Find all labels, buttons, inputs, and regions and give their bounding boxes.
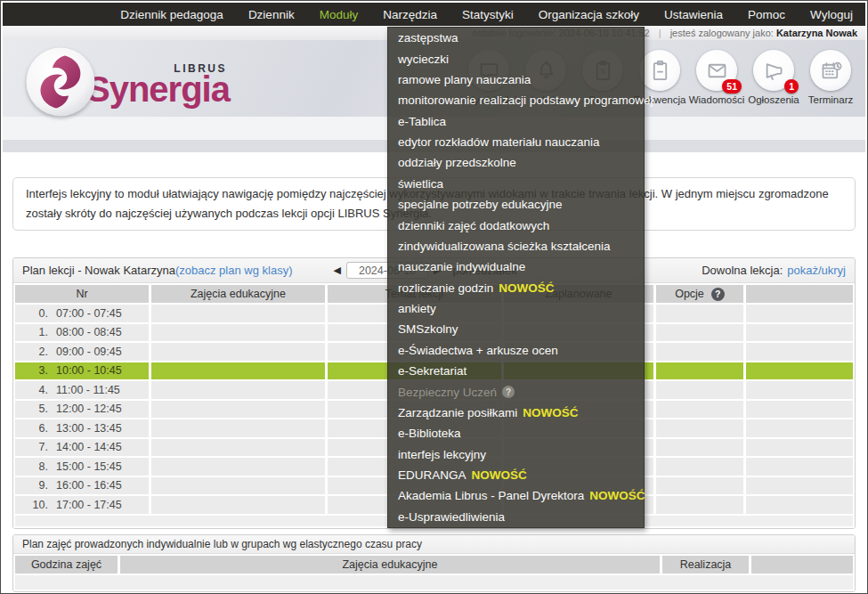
shortcut-ogłoszenia[interactable]: 1Ogłoszenia <box>746 50 801 105</box>
topnav-item-narzędzia[interactable]: Narzędzia <box>383 8 437 21</box>
menu-item-label: e-Tablica <box>398 115 446 128</box>
logged-as-label: jesteś zalogowany jako: <box>670 28 774 38</box>
individual-empty-row <box>15 575 853 590</box>
lesson-number: 8. <box>27 460 48 473</box>
menu-item-e-usprawiedliwienia[interactable]: e-Usprawiedliwienia <box>388 507 644 527</box>
menu-item-wycieczki[interactable]: wycieczki <box>388 48 644 69</box>
plan-cell-time: 1.08:00 - 08:45 <box>15 324 149 342</box>
logo[interactable]: LIBRUS Synergia <box>24 45 230 118</box>
show-hide-link[interactable]: pokaż/ukryj <box>787 264 846 277</box>
plan-cell-time: 5.12:00 - 12:45 <box>15 401 149 419</box>
individual-col-header-godzina-zajęć: Godzina zajęć <box>15 556 118 574</box>
menu-item-label: zastępstwa <box>398 31 458 45</box>
view-by-class-link[interactable]: (zobacz plan wg klasy) <box>175 264 293 277</box>
login-strip-divider: | <box>659 28 661 38</box>
plan-cell <box>746 305 853 322</box>
menu-item-label: edytor rozkładów materiału nauczania <box>398 135 600 149</box>
menu-item-rozliczanie-godzin[interactable]: rozliczanie godzinNOWOŚĆ <box>388 278 644 298</box>
lesson-number: 2. <box>27 346 48 358</box>
menu-item-monitorowanie-realizacji-podstawy-programowej[interactable]: monitorowanie realizacji podstawy progra… <box>388 90 644 110</box>
menu-item-nauczanie-indywidualne[interactable]: nauczanie indywidualne <box>388 256 644 277</box>
menu-item-zarządzanie-posiłkami[interactable]: Zarządzanie posiłkamiNOWOŚĆ <box>388 403 644 423</box>
menu-item-label: interfejs lekcyjny <box>398 448 486 461</box>
plan-cell <box>746 419 853 437</box>
lesson-time: 13:00 - 13:45 <box>56 422 122 435</box>
menu-item-label: dzienniki zajęć dodatkowych <box>398 219 549 232</box>
plan-cell <box>151 362 325 380</box>
plan-cell <box>151 496 325 514</box>
plan-cell <box>656 305 743 322</box>
topnav-item-statystyki[interactable]: Statystyki <box>462 8 514 21</box>
plan-cell <box>656 343 743 361</box>
menu-item-świetlica[interactable]: świetlica <box>388 174 644 194</box>
menu-item-ramowe-plany-nauczania[interactable]: ramowe plany nauczania <box>388 69 644 90</box>
plan-cell <box>746 343 853 361</box>
menu-item-label: EDURANGA <box>398 468 466 482</box>
plan-cell-time: 2.09:00 - 09:45 <box>15 343 149 361</box>
plan-cell <box>151 477 325 495</box>
menu-item-smszkolny[interactable]: SMSzkolny <box>388 319 644 339</box>
individual-col-header-empty <box>751 556 853 574</box>
plan-cell <box>746 439 853 457</box>
menu-item-e-biblioteka[interactable]: e-Biblioteka <box>388 423 644 443</box>
menu-item-label: e-Sekretariat <box>398 364 466 378</box>
menu-item-label: Zarządzanie posiłkami <box>398 406 517 419</box>
lesson-number: 3. <box>27 364 48 377</box>
topnav-item-wyloguj[interactable]: Wyloguj <box>810 8 853 21</box>
plan-cell <box>151 419 325 437</box>
menu-item-specjalne-potrzeby-edukacyjne[interactable]: specjalne potrzeby edukacyjne <box>388 194 644 215</box>
plan-cell <box>151 324 325 342</box>
plan-cell-time: 9.16:00 - 16:45 <box>15 477 149 495</box>
shortcut-terminarz[interactable]: Terminarz <box>803 50 858 105</box>
menu-item-e-tablica[interactable]: e-Tablica <box>388 111 644 132</box>
menu-item-label: nauczanie indywidualne <box>398 260 525 273</box>
shortcut-label: Wiadomości <box>689 94 745 105</box>
menu-item-zindywidualizowana-ścieżka-kształcenia[interactable]: zindywidualizowana ścieżka kształcenia <box>388 236 644 256</box>
menu-item-eduranga[interactable]: EDURANGANOWOŚĆ <box>388 465 644 485</box>
individual-title: Plan zajęć prowadzonych indywidualnie lu… <box>22 538 422 550</box>
topnav-item-ustawienia[interactable]: Ustawienia <box>664 8 723 21</box>
plan-cell <box>656 401 743 419</box>
menu-item-label: ramowe plany nauczania <box>398 73 531 86</box>
prev-day-button[interactable]: ◀ <box>328 264 345 276</box>
plan-col-header-nr: Nr <box>15 285 149 303</box>
shortcut-wiadomości[interactable]: 51Wiadomości <box>689 50 744 105</box>
plan-cell <box>656 324 743 342</box>
menu-item-edytor-rozkładów-materiału-nauczania[interactable]: edytor rozkładów materiału nauczania <box>388 132 644 152</box>
individual-panel: Plan zajęć prowadzonych indywidualnie lu… <box>12 534 856 592</box>
topnav-item-dziennik[interactable]: Dziennik <box>248 8 295 21</box>
plan-cell <box>746 477 853 495</box>
menu-item-bezpieczny-uczeń: Bezpieczny Uczeń? <box>388 381 644 402</box>
plan-title: Plan lekcji - Nowak Katarzyna <box>22 264 175 277</box>
menu-item-label: specjalne potrzeby edukacyjne <box>398 198 563 211</box>
topnav-item-organizacja-szkoły[interactable]: Organizacja szkoły <box>539 8 639 21</box>
options-help-icon[interactable]: ? <box>711 288 725 301</box>
plan-cell <box>746 324 853 342</box>
menu-item-e-sekretariat[interactable]: e-Sekretariat <box>388 361 644 381</box>
plan-cell-time: 4.11:00 - 11:45 <box>15 381 149 399</box>
brand-product: Synergia <box>86 70 230 108</box>
menu-item-e-świadectwa-+-arkusze-ocen[interactable]: e-Świadectwa + arkusze ocen <box>388 340 644 361</box>
menu-item-ankiety[interactable]: ankiety <box>388 298 644 319</box>
lesson-number: 0. <box>27 307 48 320</box>
menu-item-oddziały-przedszkolne[interactable]: oddziały przedszkolne <box>388 152 644 173</box>
plan-cell <box>151 343 325 361</box>
menu-item-interfejs-lekcyjny[interactable]: interfejs lekcyjny <box>388 444 644 465</box>
topnav-item-pomoc[interactable]: Pomoc <box>748 8 785 21</box>
clipboard-minus-icon <box>639 50 680 91</box>
lesson-time: 08:00 - 08:45 <box>56 326 122 338</box>
new-tag: NOWOŚĆ <box>472 468 527 482</box>
menu-item-akademia-librus-panel-dyrektora[interactable]: Akademia Librus - Panel DyrektoraNOWOŚĆ <box>388 485 644 506</box>
menu-item-label: świetlica <box>398 177 443 191</box>
topnav-item-moduły[interactable]: Moduły <box>320 8 359 21</box>
individual-panel-header: Plan zajęć prowadzonych indywidualnie lu… <box>13 535 855 554</box>
lesson-number: 4. <box>27 384 48 396</box>
page: Dziennik pedagogaDziennikModułyNarzędzia… <box>0 0 868 594</box>
menu-item-zastępstwa[interactable]: zastępstwa <box>388 28 644 48</box>
plan-cell <box>151 458 325 476</box>
menu-item-label: monitorowanie realizacji podstawy progra… <box>398 94 653 107</box>
menu-item-label: ankiety <box>398 302 436 315</box>
topnav-item-dziennik-pedagoga[interactable]: Dziennik pedagoga <box>120 8 223 21</box>
lesson-number: 9. <box>27 479 48 492</box>
menu-item-dzienniki-zajęć-dodatkowych[interactable]: dzienniki zajęć dodatkowych <box>388 215 644 235</box>
